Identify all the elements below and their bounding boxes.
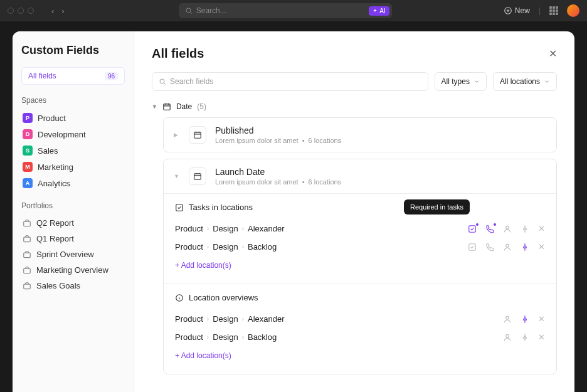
pin-icon[interactable] <box>521 333 529 342</box>
close-window[interactable] <box>8 8 14 14</box>
pin-icon[interactable] <box>521 225 529 233</box>
portfolio-item[interactable]: Sprint Overview <box>21 246 125 262</box>
field-name: Launch Date <box>215 167 546 177</box>
forward-button[interactable]: › <box>59 5 66 17</box>
svg-rect-12 <box>469 225 476 232</box>
svg-rect-4 <box>24 253 31 258</box>
plus-circle-icon <box>504 6 512 15</box>
user-icon[interactable] <box>503 243 512 252</box>
sidebar: Custom Fields All fields 96 Spaces PProd… <box>13 31 134 392</box>
apps-button[interactable] <box>549 6 558 15</box>
ai-badge[interactable]: AI <box>369 6 389 16</box>
breadcrumb[interactable]: Product› Design› Alexander <box>175 314 503 324</box>
space-icon: M <box>23 162 33 172</box>
global-search[interactable]: Search... AI <box>179 3 392 18</box>
checkbox-icon <box>175 203 184 212</box>
location-row: Product› Design› Alexander ✕ <box>175 310 545 328</box>
svg-point-0 <box>186 8 191 13</box>
svg-point-18 <box>506 334 509 337</box>
field-name: Published <box>215 125 546 135</box>
add-location-button[interactable]: + Add location(s) <box>175 346 545 365</box>
svg-rect-9 <box>194 132 201 138</box>
all-fields-filter[interactable]: All fields 96 <box>21 67 125 85</box>
minimize-window[interactable] <box>18 8 24 14</box>
collapse-icon: ▼ <box>152 103 157 110</box>
search-placeholder: Search... <box>196 6 226 15</box>
space-icon: S <box>23 146 33 156</box>
breadcrumb[interactable]: Product› Design› Backlog <box>175 332 503 342</box>
search-fields-input[interactable]: Search fields <box>152 72 428 91</box>
breadcrumb[interactable]: Product› Design› Backlog <box>175 242 468 252</box>
add-location-button[interactable]: + Add location(s) <box>175 256 545 275</box>
chevron-down-icon <box>544 78 550 85</box>
user-icon[interactable] <box>503 225 512 233</box>
portfolio-item[interactable]: Q2 Report <box>21 215 125 231</box>
pin-icon[interactable] <box>521 315 529 324</box>
back-button[interactable]: ‹ <box>49 5 56 17</box>
main-panel: All fields ✕ Search fields All types All… <box>134 31 574 392</box>
space-item[interactable]: PProduct <box>21 110 125 126</box>
svg-rect-14 <box>469 243 476 250</box>
svg-rect-10 <box>194 174 201 179</box>
spaces-label: Spaces <box>21 96 125 105</box>
briefcase-icon <box>23 266 31 275</box>
tasks-in-locations: Tasks in locations Product› Design› Alex… <box>164 193 556 283</box>
phone-icon[interactable] <box>485 225 494 233</box>
location-row: Product› Design› Backlog ✕ <box>175 328 545 346</box>
location-row: Product› Design› Alexander Required in t… <box>175 220 545 238</box>
portfolio-item[interactable]: Sales Goals <box>21 278 125 294</box>
briefcase-icon <box>23 235 31 243</box>
remove-icon[interactable]: ✕ <box>538 224 545 233</box>
breadcrumb[interactable]: Product› Design› Alexander <box>175 224 468 233</box>
briefcase-icon <box>23 219 31 228</box>
svg-rect-6 <box>24 284 31 289</box>
titlebar: ‹ › Search... AI New | <box>0 0 587 21</box>
svg-rect-3 <box>24 237 31 242</box>
phone-icon[interactable] <box>485 243 494 252</box>
svg-rect-5 <box>24 268 31 273</box>
user-avatar[interactable] <box>567 4 579 17</box>
required-task-icon[interactable] <box>468 243 477 252</box>
collapse-button[interactable]: ▼ <box>174 173 180 179</box>
app-body: Custom Fields All fields 96 Spaces PProd… <box>13 31 574 392</box>
user-icon[interactable] <box>503 333 512 342</box>
field-count-badge: 96 <box>105 72 118 80</box>
svg-point-17 <box>506 316 509 319</box>
filter-types[interactable]: All types <box>435 72 487 91</box>
topbar-right: New | <box>504 4 579 17</box>
expand-button[interactable]: ▶ <box>174 132 180 138</box>
space-icon: P <box>23 113 33 123</box>
space-item[interactable]: DDevelopment <box>21 126 125 142</box>
new-button[interactable]: New <box>504 6 530 15</box>
user-icon[interactable] <box>503 315 512 324</box>
space-item[interactable]: AAnalytics <box>21 175 125 191</box>
field-meta: Lorem ipsum dolor sit amet•6 locations <box>215 178 546 186</box>
search-icon <box>185 7 193 14</box>
tooltip: Required in tasks <box>404 199 470 215</box>
field-card-published: ▶ Published Lorem ipsum dolor sit amet•6… <box>163 117 557 152</box>
remove-icon[interactable]: ✕ <box>538 332 545 342</box>
maximize-window[interactable] <box>28 8 34 14</box>
space-icon: A <box>23 178 33 188</box>
page-title: All fields <box>152 46 204 61</box>
portfolio-item[interactable]: Marketing Overview <box>21 262 125 278</box>
portfolio-item[interactable]: Q1 Report <box>21 231 125 246</box>
field-card-launchdate: ▼ Launch Date Lorem ipsum dolor sit amet… <box>163 159 557 374</box>
remove-icon[interactable]: ✕ <box>538 242 545 252</box>
location-overviews: Location overviews Product› Design› Alex… <box>164 283 556 374</box>
svg-point-15 <box>506 244 509 247</box>
required-task-icon[interactable] <box>468 225 477 233</box>
chevron-down-icon <box>473 78 480 85</box>
calendar-icon <box>162 102 171 111</box>
pin-icon[interactable] <box>521 243 529 252</box>
space-item[interactable]: MMarketing <box>21 159 125 175</box>
space-icon: D <box>23 129 33 139</box>
filter-locations[interactable]: All locations <box>493 72 557 91</box>
remove-icon[interactable]: ✕ <box>538 314 545 324</box>
svg-rect-8 <box>164 104 171 110</box>
space-item[interactable]: SSales <box>21 142 125 159</box>
group-header-date[interactable]: ▼ Date (5) <box>152 102 557 111</box>
close-button[interactable]: ✕ <box>549 48 557 60</box>
briefcase-icon <box>23 282 31 290</box>
briefcase-icon <box>23 250 31 259</box>
